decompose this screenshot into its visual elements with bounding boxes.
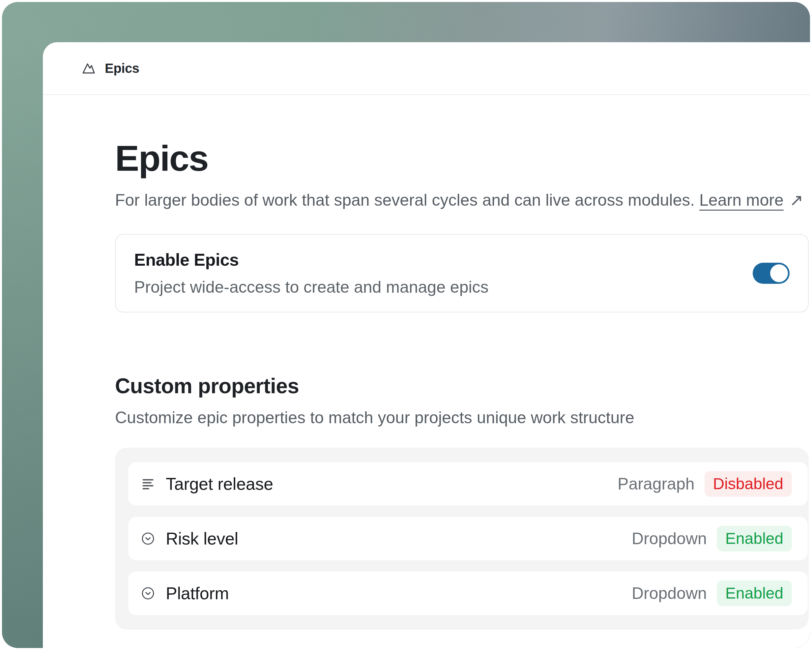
property-row-target-release[interactable]: Target release Paragraph Disbabled — [128, 462, 808, 506]
settings-panel: Epics Epics For larger bodies of work th… — [43, 42, 810, 648]
enable-epics-title: Enable Epics — [134, 250, 789, 270]
property-meta: Paragraph Disbabled — [618, 471, 792, 497]
chevron-circle-icon — [141, 531, 155, 546]
property-row-platform[interactable]: Platform Dropdown Enabled — [128, 572, 808, 615]
property-meta: Dropdown Enabled — [632, 580, 792, 606]
panel-header: Epics — [43, 42, 810, 95]
enable-epics-card: Enable Epics Project wide-access to crea… — [115, 234, 809, 312]
property-row-risk-level[interactable]: Risk level Dropdown Enabled — [128, 517, 808, 560]
property-meta: Dropdown Enabled — [632, 526, 792, 551]
property-label: Platform — [166, 583, 229, 603]
custom-properties-title: Custom properties — [115, 374, 809, 398]
learn-more-link[interactable]: Learn more — [699, 191, 784, 209]
property-label: Target release — [166, 474, 273, 494]
enable-epics-toggle[interactable] — [752, 263, 789, 284]
breadcrumb: Epics — [105, 61, 139, 76]
property-type: Paragraph — [618, 474, 694, 493]
chevron-circle-icon — [141, 586, 155, 601]
enable-epics-subtitle: Project wide-access to create and manage… — [134, 278, 789, 297]
page-description: For larger bodies of work that span seve… — [115, 190, 809, 211]
custom-properties-list: Target release Paragraph Disbabled Risk … — [115, 448, 809, 630]
status-badge: Enabled — [717, 526, 792, 551]
page-title: Epics — [115, 138, 809, 178]
panel-main: Epics For larger bodies of work that spa… — [43, 138, 810, 630]
toggle-knob — [770, 265, 788, 282]
gradient-backdrop: Epics Epics For larger bodies of work th… — [2, 2, 810, 648]
custom-properties-subtitle: Customize epic properties to match your … — [115, 408, 809, 427]
align-left-icon — [141, 477, 155, 491]
epics-mountain-icon — [81, 61, 96, 76]
screenshot-frame: Epics Epics For larger bodies of work th… — [0, 0, 812, 650]
status-badge: Disbabled — [705, 471, 792, 497]
page-description-text: For larger bodies of work that span seve… — [115, 191, 694, 209]
property-label: Risk level — [166, 529, 238, 549]
property-type: Dropdown — [632, 529, 707, 548]
status-badge: Enabled — [717, 580, 792, 606]
property-type: Dropdown — [632, 584, 707, 603]
external-link-arrow-icon[interactable]: ↗ — [789, 191, 803, 209]
